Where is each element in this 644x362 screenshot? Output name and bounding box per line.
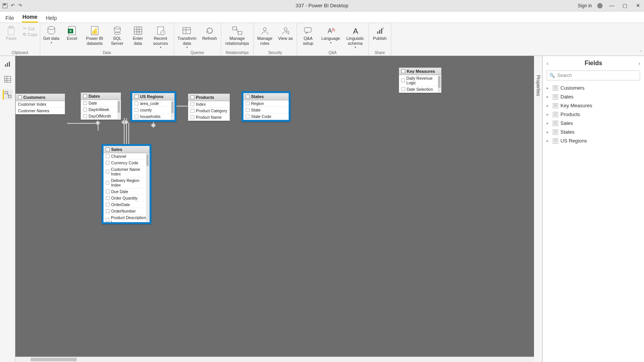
minimize-button[interactable]: — (608, 3, 616, 8)
expand-icon[interactable]: ▸ (547, 139, 550, 143)
publish-button[interactable]: Publish (371, 24, 389, 41)
sql-server-button[interactable]: SQL Server (108, 24, 126, 46)
model-view-button[interactable] (3, 90, 13, 100)
search-input[interactable]: 🔍 Search (547, 70, 640, 80)
table-row[interactable]: Product Description I... (104, 215, 150, 222)
copy-button[interactable]: ⧉Copy (23, 32, 38, 37)
paste-button[interactable]: Paste (2, 24, 20, 41)
table-row[interactable]: Customer Index (16, 101, 65, 108)
refresh-button[interactable]: Refresh (201, 24, 219, 41)
table-icon (401, 69, 405, 73)
table-row[interactable]: Currency Code (104, 160, 150, 166)
table-row[interactable]: Product Category (188, 108, 230, 114)
table-row[interactable]: Date (81, 100, 121, 106)
enter-data-button[interactable]: Enter data (129, 24, 147, 46)
ribbon-tabs: File Home Help (0, 11, 644, 23)
field-table-sales[interactable]: ▸Sales (545, 119, 642, 128)
get-data-button[interactable]: Get data▾ (43, 24, 60, 44)
field-table-states[interactable]: ▸States (545, 128, 642, 136)
chevron-left-icon[interactable]: ‹ (547, 61, 548, 66)
column-icon (83, 108, 87, 111)
table-icon (83, 94, 87, 98)
linguistic-schema-button[interactable]: ALinguistic schema▾ (345, 24, 366, 49)
manage-relationships-button[interactable]: Manage relationships (223, 24, 251, 46)
language-button[interactable]: AあLanguage▾ (320, 24, 342, 44)
table-row[interactable]: Channel (104, 153, 150, 160)
expand-icon[interactable]: ▸ (547, 86, 550, 90)
pbi-datasets-button[interactable]: Power BI datasets (84, 24, 105, 46)
table-customers[interactable]: Customers Customer Index Customer Names (15, 93, 65, 115)
table-row[interactable]: DayInWeek (81, 106, 121, 113)
table-row[interactable]: State (243, 107, 289, 113)
table-row[interactable]: area_code (132, 100, 174, 107)
table-row[interactable]: DayOfMonth (81, 113, 121, 120)
table-dates[interactable]: Dates Date DayInWeek DayOfMonth (80, 92, 121, 120)
scrollbar[interactable] (171, 101, 174, 120)
field-table-products[interactable]: ▸Products (545, 110, 642, 119)
cut-button[interactable]: ✂Cut (23, 26, 38, 31)
table-row[interactable]: OrderDate (104, 201, 150, 208)
undo-icon[interactable]: ↶ (11, 3, 15, 8)
column-icon (246, 115, 250, 118)
sign-in-link[interactable]: Sign in (578, 3, 592, 8)
field-table-customers[interactable]: ▸Customers (545, 84, 642, 92)
view-as-button[interactable]: View as (277, 24, 294, 41)
qa-setup-button[interactable]: Q&A setup (299, 24, 317, 46)
table-row[interactable]: Region (243, 100, 289, 107)
table-row[interactable]: Order Quantity (104, 195, 150, 201)
horizontal-scrollbar[interactable] (15, 357, 534, 362)
expand-icon[interactable]: ▸ (547, 112, 550, 116)
avatar-icon[interactable] (597, 3, 603, 8)
table-states[interactable]: States Region State State Code (242, 91, 291, 122)
table-icon (553, 94, 558, 100)
svg-rect-14 (134, 27, 142, 34)
field-table-dates[interactable]: ▸Dates (545, 92, 642, 101)
table-sales[interactable]: Sales Channel Currency Code Customer Nam… (102, 144, 151, 224)
tab-help[interactable]: Help (45, 13, 58, 23)
svg-rect-42 (5, 76, 11, 82)
expand-icon[interactable]: ▸ (547, 103, 550, 108)
recent-sources-button[interactable]: Recent sources▾ (150, 24, 171, 49)
table-row[interactable]: OrderNumber (104, 208, 150, 215)
table-row[interactable]: Date Selection (399, 86, 441, 93)
table-row[interactable]: households (132, 113, 174, 120)
tab-home[interactable]: Home (22, 11, 38, 23)
table-row[interactable]: Customer Names (16, 108, 65, 114)
table-row[interactable]: Product Name (188, 114, 230, 121)
transform-data-button[interactable]: Transform data▾ (176, 24, 198, 49)
svg-point-29 (263, 28, 266, 31)
data-view-button[interactable] (3, 74, 13, 84)
close-button[interactable]: ✕ (634, 3, 642, 8)
table-key-measures[interactable]: Key Measures Daily Revenue Logic Date Se… (399, 67, 442, 93)
save-icon[interactable] (2, 3, 8, 8)
svg-rect-26 (233, 27, 237, 30)
collapse-ribbon-icon[interactable]: ˆ (640, 50, 642, 55)
ribbon-group-queries: Transform data▾ Refresh Queries (174, 23, 221, 56)
properties-pane-collapsed[interactable]: Properties (534, 56, 542, 362)
scrollbar[interactable] (146, 154, 149, 222)
excel-button[interactable]: XExcel (63, 24, 81, 41)
table-row[interactable]: county (132, 107, 174, 113)
chevron-right-icon[interactable]: › (639, 61, 640, 66)
model-canvas[interactable]: Customers Customer Index Customer Names … (15, 56, 534, 357)
table-row[interactable]: Delivery Region Index (104, 177, 150, 188)
report-view-button[interactable] (3, 59, 13, 69)
maximize-button[interactable]: ▢ (621, 3, 629, 8)
field-table-key-measures[interactable]: ▸Key Measures (545, 101, 642, 110)
expand-icon[interactable]: ▸ (547, 121, 550, 125)
table-row[interactable]: Customer Name Index (104, 166, 150, 177)
table-us-regions[interactable]: US Regions area_code county households (130, 91, 176, 122)
table-row[interactable]: State Code (243, 113, 289, 120)
expand-icon[interactable]: ▸ (547, 95, 550, 99)
scrollbar[interactable] (117, 100, 120, 119)
scrollbar[interactable] (438, 75, 441, 92)
expand-icon[interactable]: ▸ (547, 130, 550, 134)
table-row[interactable]: Index (188, 101, 230, 108)
table-products[interactable]: Products Index Product Category Product … (188, 93, 230, 121)
field-table-us-regions[interactable]: ▸US Regions (545, 136, 642, 145)
tab-file[interactable]: File (5, 13, 15, 23)
redo-icon[interactable]: ↷ (18, 3, 22, 8)
manage-roles-button[interactable]: Manage roles (256, 24, 274, 46)
table-row[interactable]: Daily Revenue Logic (399, 75, 441, 86)
table-row[interactable]: Due Date (104, 188, 150, 195)
